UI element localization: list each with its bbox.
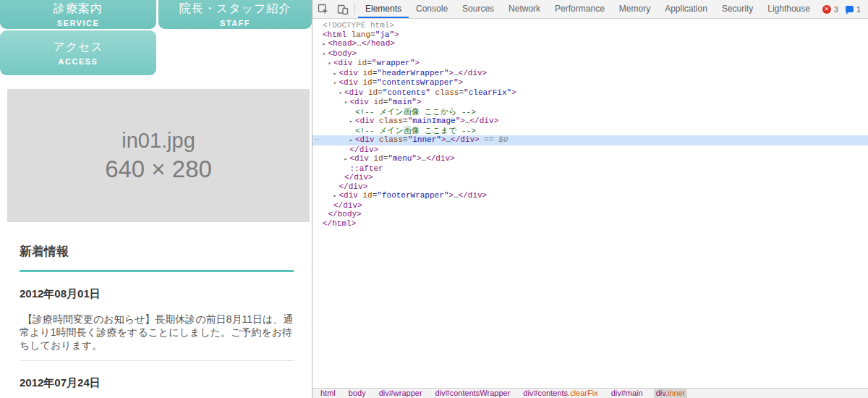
dom-tree-row[interactable]: ▾<div id="wrapper"> [312, 59, 868, 69]
dom-tree-row[interactable]: </div> [312, 182, 868, 192]
code-token: == $0 [480, 135, 509, 144]
news-heading-rule [20, 270, 294, 272]
code-token: "headerWrapper" [377, 69, 448, 77]
row-overflow-dots-icon[interactable]: … [315, 134, 318, 143]
code-token: id [374, 154, 383, 163]
breadcrumb-item[interactable]: div#main [609, 389, 645, 398]
code-token: "contents" [383, 88, 430, 97]
error-icon[interactable]: ✕ [822, 5, 831, 14]
devtools-breadcrumb-bar: htmlbodydiv#wrapperdiv#contentsWrapperdi… [312, 388, 868, 398]
expander-right-icon[interactable]: ▸ [333, 192, 339, 201]
code-token: = [367, 59, 372, 67]
code-token: = [403, 135, 408, 144]
code-token: class [379, 117, 403, 125]
dom-tree-row[interactable]: </div> [312, 173, 868, 182]
placeholder-filename: in01.jpg [122, 129, 195, 153]
dom-tree-row[interactable]: ▾<body> [312, 49, 868, 59]
tab-security[interactable]: Security [715, 0, 760, 18]
code-token: "mainImage" [408, 117, 461, 125]
dom-tree-row[interactable]: <!DOCTYPE html> [312, 21, 868, 30]
dom-tree-row[interactable]: ▾<div id="contentsWrapper"> [312, 78, 868, 88]
screen: 診療案内 SERVICE 院長・スタッフ紹介 STAFF アクセス ACCESS… [0, 0, 868, 398]
code-token: … [454, 191, 459, 200]
code-token: </div> [459, 191, 488, 200]
code-token: </head> [362, 39, 395, 48]
dom-tree-row[interactable]: ▸<head>…</head> [312, 39, 868, 49]
breadcrumb-token: div#contents [523, 389, 568, 397]
code-token: "wrapper" [372, 59, 414, 67]
dom-tree-row[interactable]: <!-- メイン画像 ここまで --> [312, 127, 868, 136]
code-token: id [363, 78, 373, 87]
tab-network[interactable]: Network [501, 0, 548, 18]
expander-down-icon[interactable]: ▾ [339, 89, 344, 98]
issues-icon[interactable] [846, 6, 854, 12]
dom-tree-row[interactable]: </html> [312, 219, 868, 229]
breadcrumb-item[interactable]: html [318, 389, 338, 398]
device-toolbar-icon[interactable] [334, 0, 352, 18]
code-token: > [414, 59, 420, 67]
dom-tree-row[interactable]: ::after [312, 164, 868, 174]
code-token: <!DOCTYPE html> [323, 21, 394, 30]
code-token: </div> [350, 145, 379, 154]
code-token: <div [339, 69, 363, 77]
devtools-pane: ElementsConsoleSourcesNetworkPerformance… [312, 0, 868, 398]
code-token: "contentsWrapper" [377, 78, 458, 87]
code-token: = [370, 30, 375, 39]
code-token: </div> [333, 201, 362, 210]
expander-right-icon[interactable]: ▸ [333, 69, 339, 79]
code-token: <body> [328, 49, 357, 58]
breadcrumb-item[interactable]: div#contents.clearFix [521, 389, 600, 398]
dom-tree-row[interactable]: </body> [312, 210, 868, 219]
tab-memory[interactable]: Memory [612, 0, 658, 18]
expander-right-icon[interactable]: ▸ [323, 40, 328, 49]
dom-tree-row[interactable]: ▾<div id="main"> [312, 98, 868, 108]
code-token: id [363, 191, 373, 200]
code-token: "menu" [388, 154, 417, 163]
expander-right-icon[interactable]: ▸ [349, 136, 355, 145]
dom-tree-row[interactable]: …▸<div class="inner">…</div> == $0 [312, 135, 868, 145]
code-token: lang [352, 30, 370, 39]
breadcrumb-item[interactable]: div#contentsWrapper [433, 389, 513, 398]
breadcrumb-token: body [349, 389, 366, 397]
expander-down-icon[interactable]: ▾ [323, 50, 328, 59]
code-token: > [459, 78, 464, 87]
dom-tree-row[interactable]: ▸<div id="headerWrapper">…</div> [312, 69, 868, 79]
breadcrumb-item[interactable]: body [346, 389, 368, 398]
dom-tree-row[interactable]: ▸<div id="footerWrapper">…</div> [312, 191, 868, 201]
code-token: = [403, 117, 408, 125]
dom-tree-row[interactable]: ▸<div class="mainImage">…</div> [312, 117, 868, 127]
expander-right-icon[interactable]: ▸ [344, 155, 350, 164]
expander-right-icon[interactable]: ▸ [349, 117, 355, 127]
breadcrumb-item[interactable]: div.inner [654, 389, 688, 398]
dom-tree-row[interactable]: ▾<div id="contents" class="clearFix"> [312, 88, 868, 98]
dom-tree-row[interactable]: </div> [312, 201, 868, 211]
expander-down-icon[interactable]: ▾ [333, 79, 339, 88]
dom-tree-row[interactable]: ▸<div id="menu">…</div> [312, 154, 868, 164]
tab-sources[interactable]: Sources [455, 0, 501, 18]
expander-down-icon[interactable]: ▾ [344, 98, 350, 108]
expander-down-icon[interactable]: ▾ [328, 59, 333, 69]
dom-tree-row[interactable]: <html lang="ja"> [312, 30, 868, 40]
tab-application[interactable]: Application [658, 0, 715, 18]
inspect-element-icon[interactable] [315, 0, 332, 18]
code-token: id [357, 59, 367, 67]
breadcrumb-item[interactable]: div#wrapper [377, 389, 425, 398]
breadcrumb-token: div [656, 389, 665, 397]
error-count[interactable]: 3 [834, 5, 838, 14]
tab-console[interactable]: Console [409, 0, 455, 18]
tab-lighthouse[interactable]: Lighthouse [760, 0, 817, 18]
tab-elements[interactable]: Elements [358, 0, 409, 18]
code-token: id [374, 98, 383, 106]
breadcrumb-token: div#contentsWrapper [435, 389, 511, 397]
news-section: 新着情報 2012年08月01日 【診療時間変更のお知らせ】長期休診の前日8月1… [20, 243, 294, 398]
issues-count[interactable]: 1 [856, 5, 861, 14]
nav-button-access[interactable]: アクセス ACCESS [0, 30, 156, 75]
tab-performance[interactable]: Performance [548, 0, 612, 18]
nav-button-staff[interactable]: 院長・スタッフ紹介 STAFF [158, 0, 312, 29]
nav-label: アクセス [0, 40, 156, 55]
dom-tree-row[interactable]: <!-- メイン画像 ここから --> [312, 108, 868, 117]
nav-button-service[interactable]: 診療案内 SERVICE [0, 0, 156, 29]
devtools-tab-bar: ElementsConsoleSourcesNetworkPerformance… [358, 0, 817, 18]
dom-tree-row[interactable]: </div> [312, 145, 868, 155]
code-token: "clearFix" [464, 88, 511, 97]
